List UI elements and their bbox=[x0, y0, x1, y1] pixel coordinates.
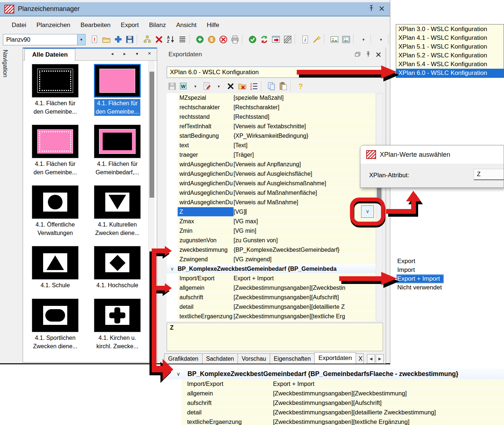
export-attribute-row[interactable]: Zmax[VG max] bbox=[167, 217, 376, 226]
window-export-button[interactable] bbox=[270, 34, 281, 45]
sort-az-button[interactable]: AZ bbox=[165, 34, 176, 45]
table-scrollbar[interactable] bbox=[376, 93, 383, 321]
plan-symbol-item[interactable]: 4.1. Kulturellen Zwecken diene... bbox=[94, 185, 141, 237]
export-attribute-row[interactable]: Z[VG] bbox=[167, 207, 376, 217]
config-list-item[interactable]: XPlan 5.2 - WSLC Konfiguration bbox=[396, 51, 504, 60]
tab-alle-dateien[interactable]: Alle Dateien bbox=[24, 49, 75, 61]
list-view-button[interactable] bbox=[177, 34, 187, 45]
export-attribute-row[interactable]: startBedingung{XP_WirksamkeitBedingung} bbox=[167, 131, 376, 141]
expand-chevron-icon[interactable]: ∨ bbox=[167, 264, 178, 273]
tab-scroll-right-button[interactable]: ▶ bbox=[376, 354, 384, 364]
export-attribute-row[interactable]: wirdAusgeglichenDu[Verweis auf Maßnahme] bbox=[167, 198, 376, 207]
xplan-config-combobox[interactable]: XPlan 6.0 - WSLC Konfiguration ∨ bbox=[167, 67, 383, 78]
mode-list-item[interactable]: Export bbox=[397, 257, 419, 266]
save-button[interactable] bbox=[124, 34, 135, 45]
menu-item-bearbeiten[interactable]: Bearbeiten bbox=[75, 20, 115, 30]
panel-splitter[interactable] bbox=[386, 48, 386, 362]
value-dropdown-button[interactable]: ∨ bbox=[361, 205, 374, 218]
menu-item-bilanz[interactable]: Bilanz bbox=[144, 20, 171, 30]
tab-sachdaten[interactable]: Sachdaten bbox=[202, 353, 238, 364]
refresh-button[interactable] bbox=[259, 34, 269, 45]
export-attribute-row[interactable]: MZspezial[spezielle Maßzahl] bbox=[167, 93, 376, 103]
files-scrollbar-thumb[interactable] bbox=[149, 72, 154, 198]
mode-list-item[interactable]: Export + Import bbox=[397, 274, 444, 283]
close-icon[interactable] bbox=[379, 6, 384, 12]
export-attribute-row[interactable]: zugunstenVon[zu Gunsten von] bbox=[167, 236, 376, 245]
scroll-left-icon[interactable]: ◂ bbox=[109, 51, 116, 56]
export-attribute-row[interactable]: refTextInhalt[Verweis auf Textabschnitte… bbox=[167, 122, 376, 131]
config-list-item[interactable]: XPlan 4.1 - WSLC Konfiguration bbox=[396, 34, 504, 42]
combobox-dropdown-icon[interactable]: ▾ bbox=[77, 34, 85, 45]
plan-symbol-item[interactable]: 4.1. Flächen für den Gemeinbe... bbox=[32, 64, 79, 116]
add-button[interactable] bbox=[113, 34, 123, 45]
config-list-item[interactable]: XPlan 5.4 - WSLC Konfiguration bbox=[396, 60, 504, 69]
validate-button[interactable] bbox=[247, 34, 258, 45]
save-export-button[interactable] bbox=[167, 81, 177, 92]
tab-menu-icon[interactable]: ▾ bbox=[133, 51, 141, 56]
export-attribute-row[interactable]: wirdAusgeglichenDu[Verweis auf Anpflanzu… bbox=[167, 160, 376, 169]
finance-button[interactable]: $ bbox=[206, 34, 217, 45]
tab-vorschau[interactable]: Vorschau bbox=[238, 353, 270, 364]
tree-view-button[interactable] bbox=[142, 34, 152, 45]
expand-chevron-icon[interactable]: ∨ bbox=[166, 368, 187, 379]
tab-grafikdaten[interactable]: Grafikdaten bbox=[164, 353, 202, 364]
plan-symbol-item[interactable]: 4.1. Öffentliche Verwaltungen bbox=[32, 185, 79, 237]
plan-symbol-item[interactable]: 4.1. Hochschule bbox=[94, 246, 141, 290]
config-list-item[interactable]: XPlan 5.1 - WSLC Konfiguration bbox=[396, 42, 504, 51]
add-record-button[interactable] bbox=[194, 34, 205, 45]
word-export-dropdown[interactable]: ▾ bbox=[190, 81, 201, 92]
paste-button[interactable] bbox=[278, 81, 288, 92]
menu-item-datei[interactable]: Datei bbox=[7, 20, 31, 30]
export-attribute-row[interactable]: Zmin[VG min] bbox=[167, 226, 376, 236]
export-attribute-row[interactable]: rechtsstand[Rechtsstand] bbox=[167, 112, 376, 122]
close-icon[interactable] bbox=[376, 52, 381, 58]
mode-list-item[interactable]: Import bbox=[397, 266, 418, 274]
profile-combobox[interactable]: Planzv90 ▾ bbox=[3, 34, 86, 45]
tab-eigenschaften[interactable]: Eigenschaften bbox=[270, 353, 315, 364]
files-scrollbar[interactable] bbox=[148, 61, 155, 362]
config-list-item[interactable]: XPlan 3.0 - WSLC Konfiguration bbox=[396, 25, 504, 34]
plan-symbol-item[interactable]: 4.1. Kirchen u. kirchl. Zwecke... bbox=[94, 299, 141, 350]
pin-icon[interactable] bbox=[366, 52, 370, 58]
config-list-item[interactable]: XPlan 6.0 - WSLC Konfiguration bbox=[396, 69, 504, 77]
numbered-list-button[interactable]: 123 bbox=[249, 81, 259, 92]
export-attribute-row[interactable]: aufschrift[Zweckbestimmungsangaben][Aufs… bbox=[167, 293, 376, 302]
export-attribute-row[interactable]: Zzwingend[VG zwingend] bbox=[167, 255, 376, 264]
menu-item-ansicht[interactable]: Ansicht bbox=[171, 20, 202, 30]
delete-folder-button[interactable] bbox=[237, 81, 247, 92]
menu-item-export[interactable]: Export bbox=[116, 20, 144, 30]
export-attribute-row[interactable]: textlicheErgaenzung[Zweckbestimmungsanga… bbox=[167, 312, 376, 321]
export-attribute-row[interactable]: traeger[Träger] bbox=[167, 150, 376, 160]
dropdown-button-1[interactable]: ▾ bbox=[358, 34, 369, 45]
delete-button[interactable] bbox=[154, 34, 164, 45]
plan-symbol-item[interactable]: 4.1. Flächen für den Gemeinbe... bbox=[32, 125, 79, 177]
wizard-button[interactable] bbox=[311, 34, 322, 45]
menu-item-planzeichen[interactable]: Planzeichen bbox=[31, 20, 76, 30]
image-frame-button[interactable] bbox=[341, 34, 351, 45]
print-button[interactable] bbox=[230, 34, 240, 45]
help-export-button[interactable]: ? bbox=[295, 81, 306, 92]
plan-symbol-item[interactable]: 4.1. Flächen für den Gemeinbe... bbox=[94, 64, 141, 116]
tab-exportdaten[interactable]: Exportdaten bbox=[314, 352, 356, 364]
image-button[interactable] bbox=[329, 34, 340, 45]
copy-button[interactable] bbox=[266, 81, 277, 92]
new-document-button[interactable]: ! bbox=[89, 34, 100, 45]
export-attribute-row[interactable]: allgemein[Zweckbestimmungsangaben][Zweck… bbox=[167, 283, 376, 293]
dropdown-button-2[interactable]: ▾ bbox=[376, 34, 386, 45]
remove-record-button[interactable] bbox=[218, 34, 228, 45]
navigation-sidebar-tab[interactable]: Navigation bbox=[0, 47, 11, 363]
scroll-right-icon[interactable]: ▸ bbox=[121, 51, 128, 56]
form-button[interactable] bbox=[202, 81, 212, 92]
pin-icon[interactable] bbox=[369, 5, 374, 13]
plan-symbol-item[interactable]: 4.1. Flächen für Gemeinbedarf,... bbox=[94, 125, 141, 177]
export-attribute-row[interactable]: rechtscharakter[Rechtscharakter] bbox=[167, 103, 376, 112]
pattern-button[interactable] bbox=[282, 34, 293, 45]
attribute-detail-box[interactable]: Z bbox=[167, 323, 383, 351]
xplan-attribut-field[interactable]: Z bbox=[474, 169, 504, 180]
export-attribute-row[interactable]: wirdAusgeglichenDu[Verweis auf Maßnahmen… bbox=[167, 188, 376, 198]
word-export-button[interactable]: W bbox=[178, 81, 189, 92]
export-attribute-row[interactable]: wirdAusgeglichenDu[Verweis auf Ausgleich… bbox=[167, 179, 376, 188]
export-group-header-row[interactable]: ∨BP_KomplexeZweckbestGemeinbedarf {BP_Ge… bbox=[167, 264, 376, 274]
export-attribute-row[interactable]: Import/ExportExport + Import bbox=[167, 274, 376, 283]
export-attribute-row[interactable]: detail[Zweckbestimmungsangaben][detailli… bbox=[167, 302, 376, 312]
